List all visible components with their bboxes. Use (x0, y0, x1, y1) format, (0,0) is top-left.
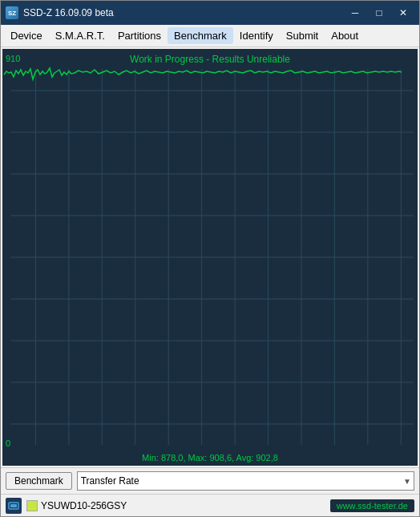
title-bar: SZ SSD-Z 16.09.09 beta ─ □ ✕ (1, 1, 419, 25)
chart-y-min-label: 0 (6, 438, 10, 448)
menu-item-about[interactable]: About (325, 27, 365, 44)
transfer-rate-dropdown[interactable]: Transfer Rate Access Time IOPS (77, 471, 414, 491)
device-name: YSUWD10-256GSY (41, 500, 127, 511)
menu-item-device[interactable]: Device (4, 27, 49, 44)
menu-item-benchmark[interactable]: Benchmark (168, 27, 233, 44)
benchmark-button[interactable]: Benchmark (6, 472, 72, 490)
minimize-button[interactable]: ─ (344, 5, 366, 21)
bottom-controls: Benchmark Transfer Rate Access Time IOPS… (1, 467, 419, 494)
window-controls: ─ □ ✕ (344, 5, 414, 21)
app-icon: SZ (6, 6, 18, 19)
chart-title: Work in Progress - Results Unreliable (130, 54, 290, 65)
window-title: SSD-Z 16.09.09 beta (23, 7, 344, 18)
menu-bar: Device S.M.A.R.T. Partitions Benchmark I… (1, 25, 419, 47)
device-indicator (26, 500, 38, 511)
status-bar: YSUWD10-256GSY www.ssd-tester.de (1, 494, 419, 516)
dropdown-wrapper: Transfer Rate Access Time IOPS ▼ (77, 471, 414, 491)
chart-y-max-label: 910 (6, 54, 20, 63)
chart-svg (2, 49, 418, 466)
device-label: YSUWD10-256GSY (26, 500, 330, 511)
menu-item-smart[interactable]: S.M.A.R.T. (49, 27, 111, 44)
chart-area: 910 Work in Progress - Results Unreliabl… (2, 49, 418, 466)
menu-item-submit[interactable]: Submit (280, 27, 325, 44)
close-button[interactable]: ✕ (392, 5, 414, 21)
status-icon (6, 498, 22, 514)
menu-item-partitions[interactable]: Partitions (111, 27, 168, 44)
website-badge: www.ssd-tester.de (330, 499, 414, 512)
svg-rect-23 (10, 504, 17, 507)
chart-stats: Min: 878,0, Max: 908,6, Avg: 902,8 (142, 453, 278, 462)
maximize-button[interactable]: □ (368, 5, 390, 21)
menu-item-identify[interactable]: Identify (233, 27, 280, 44)
main-window: SZ SSD-Z 16.09.09 beta ─ □ ✕ Device S.M.… (0, 0, 420, 517)
